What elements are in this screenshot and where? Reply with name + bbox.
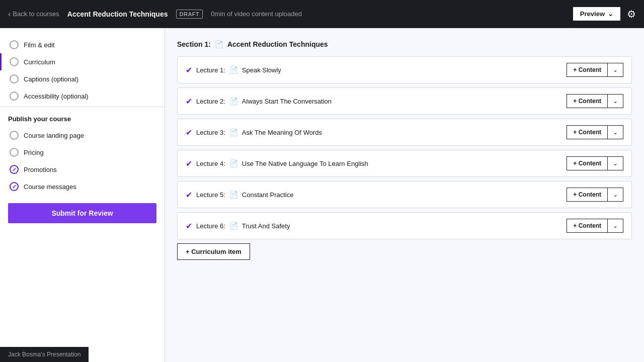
lecture-title-2: Always Start The Conversation — [242, 98, 332, 105]
back-label: Back to courses — [13, 10, 59, 18]
main-container: Film & edit Curriculum Captions (optiona… — [0, 28, 644, 362]
lecture-row-6: ✔ Lecture 6: 📄 Trust And Safety + Conten… — [177, 212, 632, 239]
navbar-left: ‹ Back to courses Accent Reduction Techn… — [8, 10, 573, 19]
lecture-left-5: ✔ Lecture 5: 📄 Constant Practice — [186, 190, 293, 200]
lecture-number-5: Lecture 5: — [196, 191, 225, 199]
lecture-check-2: ✔ — [186, 97, 192, 106]
sidebar-item-course-landing[interactable]: Course landing page — [0, 127, 165, 144]
lecture-right-3: + Content ⌄ — [567, 125, 623, 139]
lecture-right-2: + Content ⌄ — [567, 94, 623, 108]
sidebar-label-accessibility: Accessibility (optional) — [24, 93, 89, 100]
lecture-title-6: Trust And Safety — [242, 222, 290, 230]
circle-icon-accessibility — [10, 92, 19, 101]
lecture-doc-icon-5: 📄 — [229, 191, 238, 199]
content-button-2[interactable]: + Content — [567, 94, 607, 108]
settings-icon[interactable]: ⚙ — [627, 8, 636, 20]
chevron-button-5[interactable]: ⌄ — [607, 188, 623, 202]
section-title: Accent Reduction Techniques — [227, 40, 328, 48]
chevron-button-3[interactable]: ⌄ — [607, 125, 623, 139]
sidebar-item-promotions[interactable]: Promotions — [0, 161, 165, 178]
sidebar-item-course-messages[interactable]: Course messages — [0, 178, 165, 195]
lecture-check-5: ✔ — [186, 190, 192, 200]
presentation-label: Jack Bosma's Presentation — [8, 351, 80, 358]
add-curriculum-item-button[interactable]: + Curriculum item — [177, 243, 250, 260]
preview-button[interactable]: Preview ⌄ — [573, 7, 621, 21]
lecture-check-4: ✔ — [186, 159, 192, 168]
lecture-left-6: ✔ Lecture 6: 📄 Trust And Safety — [186, 221, 290, 231]
circle-icon-pricing — [10, 148, 19, 157]
chevron-button-2[interactable]: ⌄ — [607, 94, 623, 108]
sidebar-label-course-landing: Course landing page — [24, 132, 84, 139]
lecture-row-5: ✔ Lecture 5: 📄 Constant Practice + Conte… — [177, 181, 632, 208]
sidebar-item-captions[interactable]: Captions (optional) — [0, 70, 165, 87]
sidebar-label-promotions: Promotions — [24, 166, 57, 173]
lecture-right-4: + Content ⌄ — [567, 156, 623, 170]
section-doc-icon: 📄 — [215, 40, 223, 48]
sidebar-label-course-messages: Course messages — [24, 183, 76, 191]
lecture-check-1: ✔ — [186, 65, 192, 75]
publish-section-title: Publish your course — [0, 109, 165, 127]
bottom-bar: Jack Bosma's Presentation — [0, 347, 89, 362]
content-button-6[interactable]: + Content — [567, 219, 607, 233]
lecture-number-1: Lecture 1: — [196, 66, 225, 74]
circle-icon-captions — [10, 74, 19, 83]
preview-label: Preview — [580, 10, 605, 18]
lecture-left-1: ✔ Lecture 1: 📄 Speak Slowly — [186, 65, 281, 75]
chevron-button-1[interactable]: ⌄ — [607, 63, 623, 77]
sidebar-item-accessibility[interactable]: Accessibility (optional) — [0, 87, 165, 105]
lecture-right-6: + Content ⌄ — [567, 219, 623, 233]
lecture-title-5: Constant Practice — [242, 191, 294, 199]
sidebar-item-film-edit[interactable]: Film & edit — [0, 36, 165, 53]
chevron-button-4[interactable]: ⌄ — [607, 156, 623, 170]
lecture-title-1: Speak Slowly — [242, 66, 281, 74]
sidebar-label-curriculum: Curriculum — [24, 58, 55, 66]
lecture-doc-icon-4: 📄 — [229, 159, 238, 167]
lecture-row-2: ✔ Lecture 2: 📄 Always Start The Conversa… — [177, 87, 632, 115]
lecture-number-4: Lecture 4: — [196, 160, 225, 167]
submit-for-review-button[interactable]: Submit for Review — [8, 203, 156, 223]
circle-icon-course-landing — [10, 131, 19, 140]
chevron-down-icon: ⌄ — [608, 10, 613, 18]
lecture-number-3: Lecture 3: — [196, 129, 225, 136]
circle-icon-course-messages — [10, 182, 19, 191]
upload-status: 0min of video content uploaded — [211, 10, 302, 18]
content-button-3[interactable]: + Content — [567, 125, 607, 139]
lecture-title-3: Ask The Meaning Of Words — [242, 129, 322, 136]
sidebar-item-pricing[interactable]: Pricing — [0, 144, 165, 161]
lecture-title-4: Use The Native Language To Learn English — [242, 160, 368, 167]
lecture-doc-icon-2: 📄 — [229, 97, 238, 105]
sidebar: Film & edit Curriculum Captions (optiona… — [0, 28, 165, 362]
lecture-left-3: ✔ Lecture 3: 📄 Ask The Meaning Of Words — [186, 128, 322, 137]
lecture-check-6: ✔ — [186, 221, 192, 231]
lecture-row-3: ✔ Lecture 3: 📄 Ask The Meaning Of Words … — [177, 119, 632, 146]
lecture-row-4: ✔ Lecture 4: 📄 Use The Native Language T… — [177, 150, 632, 177]
lecture-right-1: + Content ⌄ — [567, 63, 623, 77]
lecture-check-3: ✔ — [186, 128, 192, 137]
circle-icon-curriculum — [10, 57, 19, 66]
sidebar-label-pricing: Pricing — [24, 149, 44, 156]
back-arrow-icon: ‹ — [8, 10, 11, 19]
sidebar-label-film-edit: Film & edit — [24, 41, 54, 49]
section-label: Section 1: — [177, 40, 211, 48]
back-to-courses-link[interactable]: ‹ Back to courses — [8, 10, 59, 19]
circle-icon-film-edit — [10, 40, 19, 49]
lecture-row-1: ✔ Lecture 1: 📄 Speak Slowly + Content ⌄ — [177, 56, 632, 83]
navbar-right: Preview ⌄ ⚙ — [573, 7, 636, 21]
content-button-5[interactable]: + Content — [567, 188, 607, 202]
lecture-left-2: ✔ Lecture 2: 📄 Always Start The Conversa… — [186, 97, 332, 106]
lecture-right-5: + Content ⌄ — [567, 188, 623, 202]
lecture-doc-icon-6: 📄 — [229, 222, 238, 230]
chevron-button-6[interactable]: ⌄ — [607, 219, 623, 233]
navbar: ‹ Back to courses Accent Reduction Techn… — [0, 0, 644, 28]
content-button-4[interactable]: + Content — [567, 156, 607, 170]
sidebar-item-curriculum[interactable]: Curriculum — [0, 53, 165, 70]
lecture-doc-icon-3: 📄 — [229, 128, 238, 136]
course-title: Accent Reduction Techniques — [67, 10, 168, 18]
circle-icon-promotions — [10, 165, 19, 174]
lecture-doc-icon-1: 📄 — [229, 66, 238, 74]
section-header: Section 1: 📄 Accent Reduction Techniques — [177, 40, 632, 48]
content-button-1[interactable]: + Content — [567, 63, 607, 77]
lecture-number-2: Lecture 2: — [196, 98, 225, 105]
lecture-number-6: Lecture 6: — [196, 222, 225, 230]
draft-badge: DRAFT — [176, 10, 203, 19]
